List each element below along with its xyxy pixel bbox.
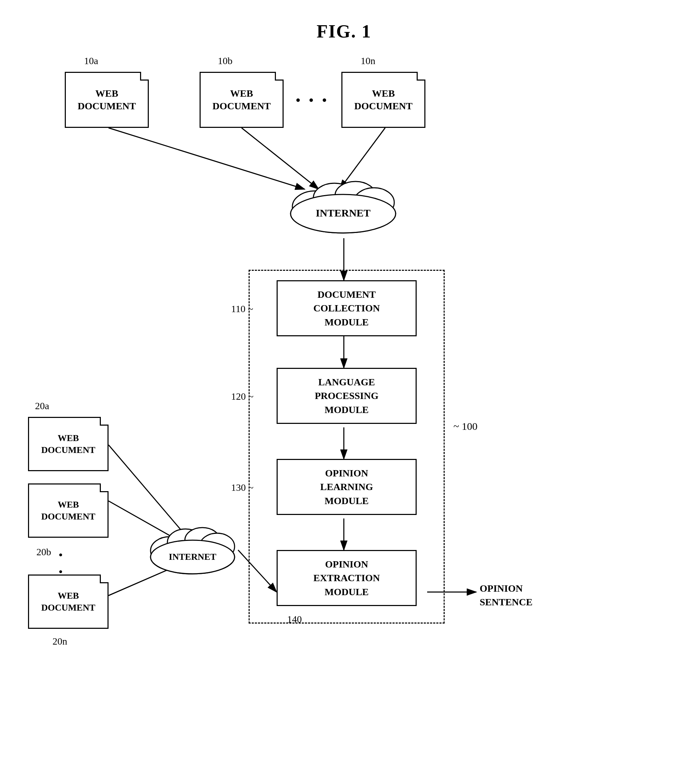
svg-line-2 xyxy=(108,128,305,189)
web-doc-10n: WEBDOCUMENT xyxy=(342,72,425,128)
ref-20b: 20b xyxy=(36,547,51,558)
svg-text:INTERNET: INTERNET xyxy=(316,207,371,219)
ref-10a: 10a xyxy=(84,55,98,67)
ref-20n: 20n xyxy=(53,636,67,647)
internet-cloud-left: INTERNET xyxy=(140,511,245,581)
ref-20a: 20a xyxy=(35,400,49,412)
doc-collection-module: DOCUMENTCOLLECTIONMODULE xyxy=(277,280,417,336)
ref-130: 130 ~ xyxy=(231,482,253,493)
opinion-learning-module: OPINIONLEARNINGMODULE xyxy=(277,459,417,515)
web-doc-10a: WEBDOCUMENT xyxy=(65,72,149,128)
ref-140: 140 xyxy=(287,614,302,625)
web-doc-10b: WEBDOCUMENT xyxy=(200,72,284,128)
web-doc-20a: WEBDOCUMENT xyxy=(28,417,108,471)
svg-text:INTERNET: INTERNET xyxy=(169,552,217,562)
lang-processing-module: LANGUAGEPROCESSINGMODULE xyxy=(277,368,417,424)
figure-title: FIG. 1 xyxy=(317,21,371,42)
web-doc-20b-mid: WEBDOCUMENT xyxy=(28,483,108,538)
ref-120: 120 ~ xyxy=(231,391,253,402)
opinion-sentence-label: OPINIONSENTENCE xyxy=(479,581,532,609)
ref-100: ~ 100 xyxy=(453,420,478,432)
opinion-extraction-module: OPINIONEXTRACTIONMODULE xyxy=(277,550,417,606)
dots-top: • • • xyxy=(296,93,330,107)
internet-cloud-top: INTERNET xyxy=(280,165,406,238)
web-doc-20n: WEBDOCUMENT xyxy=(28,575,108,629)
ref-110: 110 ~ xyxy=(231,303,253,315)
ref-10b: 10b xyxy=(218,55,233,67)
ref-10n: 10n xyxy=(361,55,375,67)
